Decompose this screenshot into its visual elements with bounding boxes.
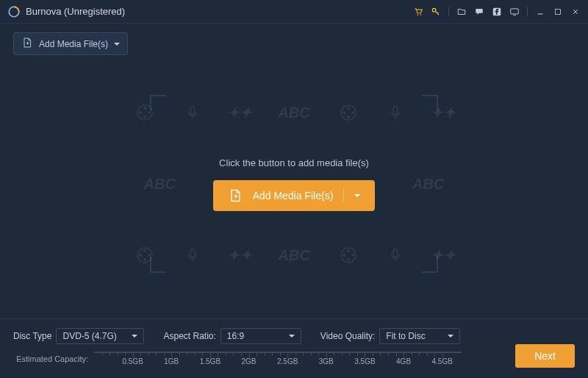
key-icon[interactable] (431, 7, 441, 17)
disc-type-dropdown[interactable]: DVD-5 (4.7G) (56, 328, 144, 344)
capacity-tick-label: 1.5GB (200, 357, 220, 365)
mic-icon (184, 246, 201, 264)
svg-rect-30 (394, 249, 398, 257)
bg-text-abc: ABC (144, 176, 176, 193)
cart-icon[interactable] (413, 7, 423, 17)
capacity-tick-label: 1GB (164, 357, 179, 365)
disc-type-value: DVD-5 (4.7G) (62, 331, 116, 341)
svg-point-20 (143, 249, 146, 252)
stars-icon: ✦✦ (434, 246, 452, 264)
bg-text-abc: ABC (278, 247, 309, 264)
drop-hint-text: Click the button to add media file(s) (219, 157, 369, 168)
svg-point-28 (347, 258, 350, 261)
minimize-icon[interactable] (535, 7, 545, 17)
bottom-panel: Disc Type DVD-5 (4.7G) Aspect Ratio: 16:… (0, 318, 588, 378)
close-icon[interactable] (570, 7, 581, 17)
svg-point-1 (417, 14, 419, 15)
svg-point-2 (420, 14, 422, 15)
next-button[interactable]: Next (515, 344, 575, 368)
drop-area: ✦✦ ABC ✦✦ ABC ABC ✦✦ ABC ✦✦ Click the bu… (0, 88, 588, 279)
add-media-button-large[interactable]: Add Media File(s) (213, 180, 376, 211)
titlebar-divider (448, 7, 449, 17)
disc-type-label: Disc Type (13, 331, 51, 341)
reel-icon (340, 246, 357, 264)
app-logo-icon (7, 5, 21, 18)
bg-row-top: ✦✦ ABC ✦✦ (121, 104, 467, 121)
add-media-label-small: Add Media File(s) (39, 39, 108, 49)
monitor-icon[interactable] (509, 7, 520, 17)
capacity-tick-label: 2GB (242, 357, 257, 365)
svg-point-23 (139, 254, 142, 257)
maximize-icon[interactable] (553, 7, 563, 17)
svg-point-26 (347, 249, 350, 252)
svg-rect-12 (190, 107, 195, 115)
capacity-label: Estimated Capacity: (13, 354, 94, 363)
svg-point-15 (351, 111, 354, 114)
svg-point-16 (347, 115, 350, 118)
chat-icon[interactable] (474, 7, 484, 17)
bg-text-abc: ABC (278, 104, 309, 121)
svg-rect-18 (394, 107, 398, 115)
video-quality-label: Video Quality: (320, 331, 376, 341)
window-title: Burnova (Unregistered) (26, 6, 125, 17)
chevron-down-icon (132, 335, 137, 338)
capacity-tick-label: 2.5GB (277, 357, 298, 365)
open-file-icon[interactable] (456, 7, 467, 17)
capacity-tick-label: 3.5GB (354, 357, 375, 365)
capacity-tick-label: 0.5GB (122, 357, 143, 365)
svg-point-10 (143, 115, 146, 118)
svg-point-27 (351, 254, 354, 257)
mic-icon (387, 246, 404, 264)
reel-icon (136, 246, 154, 264)
svg-rect-5 (511, 8, 519, 13)
file-add-icon (21, 37, 33, 51)
stars-icon: ✦✦ (434, 104, 452, 121)
mic-icon (387, 104, 404, 121)
svg-point-9 (148, 111, 151, 114)
toolbar: Add Media File(s) (0, 24, 588, 64)
svg-point-21 (148, 254, 151, 257)
aspect-ratio-dropdown[interactable]: 16:9 (220, 328, 301, 344)
facebook-icon[interactable] (492, 7, 502, 17)
chevron-down-icon (448, 335, 453, 338)
button-separator (343, 189, 344, 202)
add-media-label-large: Add Media File(s) (253, 190, 334, 202)
video-quality-value: Fit to Disc (386, 331, 425, 341)
svg-point-29 (343, 254, 345, 257)
chevron-down-icon (114, 43, 120, 46)
mic-icon (184, 104, 201, 121)
aspect-ratio-setting: Aspect Ratio: 16:9 (163, 328, 301, 344)
video-quality-setting: Video Quality: Fit to Disc (320, 328, 461, 344)
svg-point-8 (143, 107, 146, 110)
stars-icon: ✦✦ (231, 246, 248, 264)
svg-point-3 (432, 8, 436, 12)
capacity-ruler: 0.5GB1GB1.5GB2GB2.5GB3GB3.5GB4GB4.5GB (94, 352, 462, 366)
bg-row-bot: ✦✦ ABC ✦✦ (121, 246, 467, 264)
video-quality-dropdown[interactable]: Fit to Disc (379, 328, 460, 344)
titlebar-divider-2 (527, 7, 528, 17)
capacity-tick-label: 4GB (396, 357, 411, 365)
titlebar: Burnova (Unregistered) (0, 0, 588, 24)
chevron-down-icon[interactable] (354, 194, 360, 197)
disc-type-setting: Disc Type DVD-5 (4.7G) (13, 328, 144, 344)
svg-point-14 (347, 107, 350, 110)
svg-rect-24 (190, 249, 195, 257)
chevron-down-icon (289, 335, 295, 338)
aspect-ratio-label: Aspect Ratio: (163, 331, 215, 341)
svg-point-17 (343, 111, 345, 114)
bg-text-abc: ABC (412, 176, 444, 193)
reel-icon (136, 104, 154, 121)
svg-point-22 (143, 258, 146, 261)
capacity-tick-label: 4.5GB (431, 357, 452, 365)
file-add-icon (228, 188, 243, 203)
reel-icon (340, 104, 357, 121)
capacity-tick-label: 3GB (319, 357, 334, 365)
add-media-button-small[interactable]: Add Media File(s) (13, 32, 128, 55)
svg-point-11 (139, 111, 142, 114)
svg-rect-6 (556, 9, 561, 14)
aspect-ratio-value: 16:9 (227, 331, 244, 341)
stars-icon: ✦✦ (231, 104, 248, 121)
